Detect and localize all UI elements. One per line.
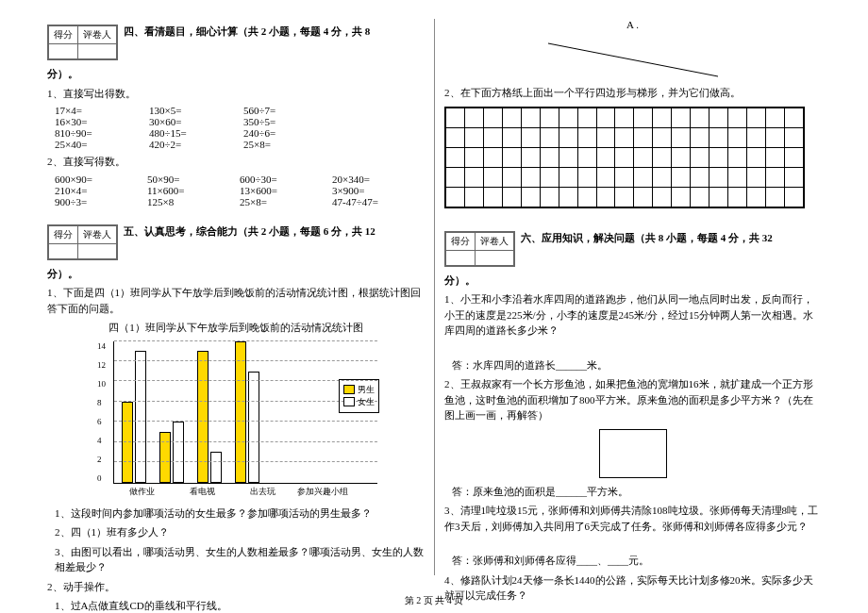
bar-参加兴趣小组-女生 [248, 372, 259, 483]
s5-q1-2: 2、四（1）班有多少人？ [55, 524, 425, 540]
s5-q1: 1、下面是四（1）班同学从下午放学后到晚饭前的活动情况统计图，根据统计图回答下面… [47, 285, 425, 316]
s4-q1-equations: 17×4=130×5=560÷7=16×30=30×60=350÷5=810÷9… [55, 105, 425, 150]
legend-boys: 男生 [358, 384, 375, 396]
section5-tail: 分）。 [47, 268, 78, 279]
score-box-6: 得分 评卷人 [444, 231, 515, 267]
chart-title: 四（1）班同学从下午放学后到晚饭前的活动情况统计图 [47, 320, 425, 336]
section5-title: 五、认真思考，综合能力（共 2 小题，每题 6 分，共 12 [124, 224, 376, 239]
bar-出去玩-女生 [210, 452, 222, 482]
s6-q3: 3、清理1吨垃圾15元，张师傅和刘师傅共清除108吨垃圾。张师傅每天清理8吨，工… [444, 503, 821, 534]
section6-heading: 得分 评卷人 六、应用知识，解决问题（共 8 小题，每题 4 分，共 32 [444, 231, 821, 267]
point-a-label: A . [444, 19, 821, 30]
chart-legend: 男生 女生 [339, 379, 379, 413]
s6-q2: 2、王叔叔家有一个长方形鱼池，如果把鱼池的宽增加16米，就扩建成一个正方形鱼池，… [444, 376, 821, 423]
s6-ans1: 答：水库四周的道路长______米。 [452, 357, 821, 373]
legend-girls: 女生 [358, 396, 375, 408]
svg-line-0 [548, 43, 718, 76]
s6-ans3: 答：张师傅和刘师傅各应得____、____元。 [452, 553, 821, 569]
s6-ans2: 答：原来鱼池的面积是______平方米。 [452, 484, 821, 500]
score-box-4: 得分 评卷人 [47, 25, 118, 60]
pond-box [599, 429, 667, 478]
section4-heading: 得分 评卷人 四、看清题目，细心计算（共 2 小题，每题 4 分，共 8 [47, 25, 425, 60]
score-box-5: 得分 评卷人 [47, 224, 118, 260]
s5-q1-3: 3、由图可以看出，哪项活动男、女生的人数相差最多？哪项活动男、女生的人数相差最少… [55, 544, 425, 575]
s4-q2-equations: 600×90=50×90=600÷30=20×340=210×4=11×600=… [55, 174, 425, 207]
y-axis: 02468101214 [97, 341, 106, 483]
s4-q2-label: 2、直接写得数。 [47, 154, 425, 170]
score-label: 得分 [49, 26, 78, 44]
bar-出去玩-男生 [197, 351, 209, 482]
s5-q2: 2、动手操作。 [47, 579, 425, 595]
grid-paper[interactable] [444, 107, 805, 208]
section4-title: 四、看清题目，细心计算（共 2 小题，每题 4 分，共 8 [124, 25, 370, 39]
chart-wrap: 02468101214 做作业看电视出去玩参加兴趣小组 男生 女生 [94, 341, 377, 500]
grid-question: 2、在下面方格纸上面出一个平行四边形与梯形，并为它们做高。 [444, 85, 821, 101]
reviewer-label: 评卷人 [78, 26, 117, 44]
section4-tail: 分）。 [47, 68, 78, 79]
s6-q1: 1、小王和小李沿着水库四周的道路跑步，他们从同一地点同时出发，反向而行，小王的速… [444, 291, 821, 339]
page-footer: 第 2 页 共 4 页 [0, 594, 868, 607]
x-axis: 做作业看电视出去玩参加兴趣小组 [113, 484, 377, 500]
section6-title: 六、应用知识，解决问题（共 8 小题，每题 4 分，共 32 [521, 231, 773, 245]
bar-chart: 02468101214 [113, 341, 377, 484]
line-cd-figure [539, 34, 727, 81]
section5-heading: 得分 评卷人 五、认真思考，综合能力（共 2 小题，每题 6 分，共 12 [47, 224, 425, 260]
bar-看电视-男生 [159, 432, 171, 483]
bar-看电视-女生 [173, 422, 184, 482]
s5-q1-1: 1、这段时间内参加哪项活动的女生最多？参加哪项活动的男生最多？ [55, 505, 425, 522]
section6-tail: 分）。 [444, 274, 476, 286]
s4-q1-label: 1、直接写出得数。 [47, 86, 425, 102]
bar-做作业-女生 [135, 351, 146, 482]
